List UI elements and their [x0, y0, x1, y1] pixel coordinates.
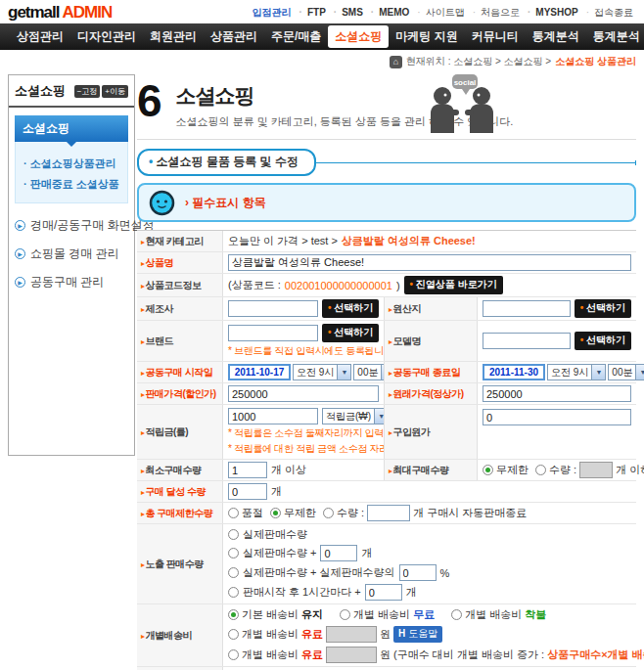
nav-statistics-1[interactable]: 통계분석: [526, 25, 586, 48]
nav-social-shopping[interactable]: 소셜쇼핑: [328, 25, 389, 48]
shipping-free-em: 무료: [413, 607, 435, 622]
brand-select-button[interactable]: 선택하기: [322, 324, 379, 342]
start-date-input[interactable]: [228, 364, 291, 380]
purchase-cost-input[interactable]: [483, 409, 631, 425]
total-limit-unlimited-radio[interactable]: [270, 508, 281, 518]
shipping-free-label: 개별 배송비: [353, 607, 410, 622]
top-link-ftp[interactable]: FTP: [297, 7, 329, 18]
max-qty-limit-label: 수량 :: [549, 463, 576, 477]
mileage-label: 적립금(률): [137, 405, 223, 459]
product-name-input[interactable]: [228, 254, 631, 271]
nav-statistics-2[interactable]: 통계분석: [586, 25, 644, 48]
chevron-down-icon: ▼: [337, 365, 350, 380]
original-price-input[interactable]: [483, 385, 631, 402]
breadcrumb-path: 현재위치 : 소셜쇼핑 > 소셜쇼핑 >: [406, 55, 551, 68]
display-qty-opt4-input[interactable]: [365, 584, 402, 601]
manufacturer-select-button[interactable]: 선택하기: [322, 299, 379, 318]
go-to-display-product-button[interactable]: 진열상품 바로가기: [404, 276, 503, 294]
top-link-myshop[interactable]: MYSHOP: [525, 7, 581, 18]
nav-marketing[interactable]: 마케팅 지원: [389, 25, 464, 48]
display-qty-label: 노출 판매수량: [137, 524, 223, 603]
sidebar-item-mall-auction-manage[interactable]: ▶ 쇼핑몰 경매 관리: [13, 240, 130, 268]
end-date-input[interactable]: [483, 364, 545, 380]
target-qty-input[interactable]: [228, 483, 267, 500]
total-limit-soldout-radio[interactable]: [228, 508, 239, 518]
brand-input[interactable]: [228, 325, 318, 341]
shipping-cod-em: 착불: [525, 607, 546, 622]
mileage-type-select[interactable]: 적립금(₩)▼: [322, 408, 389, 424]
start-hour-value: 오전 9시: [294, 366, 337, 380]
display-qty-opt1-radio[interactable]: [228, 529, 239, 540]
sidebar-item-group-buy-manage[interactable]: ▶ 공동구매 관리: [13, 268, 130, 296]
home-icon: ⌂: [390, 56, 402, 68]
original-price-label: 원래가격(정상가): [384, 383, 478, 404]
shipping-keep-radio[interactable]: [228, 609, 239, 620]
shipping-paid-increase-radio[interactable]: [228, 649, 239, 660]
breadcrumb-current: 소셜쇼핑 상품관리: [555, 55, 636, 68]
top-link-store-admission[interactable]: 입점관리: [250, 6, 295, 20]
brand-label: 브랜드: [137, 321, 223, 361]
row-total-limit: 총 구매제한수량 품절 무제한 수량 : 개 구매시 자동판매종료: [137, 503, 636, 524]
sale-price-input[interactable]: [228, 385, 379, 402]
model-select-button[interactable]: 선택하기: [575, 332, 631, 350]
shipping-cod-radio[interactable]: [451, 609, 462, 620]
sidebar-pin-button[interactable]: 고정: [74, 85, 101, 98]
nav-orders[interactable]: 주문/매출: [264, 25, 328, 48]
shipping-paid2-input[interactable]: [326, 647, 377, 663]
help-label: 도움말: [408, 628, 437, 639]
mileage-input[interactable]: [228, 408, 318, 424]
top-link-logout[interactable]: 접속종료: [583, 6, 636, 20]
end-minute-select[interactable]: 00분▼: [608, 364, 644, 380]
sidebar-item-ended-social-products[interactable]: 판매중료 소셜상품: [22, 174, 121, 195]
getmall-logo[interactable]: getmallADMIN: [8, 3, 112, 22]
target-qty-suffix: 개: [271, 484, 282, 499]
total-limit-suffix: 개 구매시 자동판매종료: [413, 506, 527, 520]
sidebar-item-social-shopping-active[interactable]: 소셜쇼핑: [15, 115, 128, 142]
max-qty-input[interactable]: [579, 462, 613, 478]
origin-input[interactable]: [483, 300, 571, 317]
end-hour-select[interactable]: 오전 9시▼: [547, 364, 606, 380]
origin-label: 원산지: [384, 297, 478, 320]
top-link-memo[interactable]: MEMO: [368, 7, 412, 18]
row-prices: 판매가격(할인가) 원래가격(정상가): [137, 383, 636, 405]
total-limit-soldout-label: 품절: [242, 506, 263, 520]
max-qty-unlimited-radio[interactable]: [483, 465, 493, 475]
top-link-sitemap[interactable]: 사이트맵: [414, 6, 467, 20]
total-limit-qty-radio[interactable]: [323, 508, 334, 518]
nav-members[interactable]: 회원관리: [143, 25, 204, 48]
shipping-paid-input[interactable]: [326, 626, 377, 643]
shipping-cod-label: 개별 배송비: [465, 607, 522, 622]
max-qty-limit-radio[interactable]: [535, 465, 546, 475]
target-qty-label: 구매 달성 수량: [137, 481, 223, 502]
nav-store[interactable]: 상점관리: [10, 25, 70, 48]
category-current: 상큼발랄 여성의류 Cheese!: [342, 234, 476, 248]
sidebar-item-social-product-manage[interactable]: 소셜쇼핑상품관리: [22, 154, 121, 174]
breadcrumb: ⌂ 현재위치 : 소셜쇼핑 > 소셜쇼핑 > 소셜쇼핑 상품관리: [0, 50, 644, 70]
nav-community[interactable]: 커뮤니티: [465, 25, 526, 48]
model-input[interactable]: [483, 333, 571, 349]
shipping-free-radio[interactable]: [340, 609, 350, 620]
model-label: 모델명: [384, 321, 478, 361]
sidebar-item-auction-screen-settings[interactable]: ▶ 경매/공동구매 화면설정: [13, 211, 130, 240]
display-qty-opt2-suffix: 개: [361, 546, 372, 560]
manufacturer-input[interactable]: [228, 300, 318, 317]
nav-products[interactable]: 상품관리: [204, 25, 264, 48]
top-link-sms[interactable]: SMS: [331, 7, 366, 18]
shipping-label: 개별배송비: [137, 604, 223, 666]
shipping-paid2-label: 개별 배송비: [242, 648, 299, 662]
min-qty-input[interactable]: [228, 462, 267, 478]
display-qty-opt3-radio[interactable]: [228, 567, 239, 578]
shipping-paid-radio[interactable]: [228, 629, 239, 640]
display-qty-opt2-input[interactable]: [320, 545, 357, 561]
shipping-help-button-1[interactable]: H도움말: [393, 626, 442, 643]
product-code-value: 002001000000000001: [285, 280, 392, 291]
sidebar-move-button[interactable]: 이동: [102, 85, 128, 98]
total-limit-qty-input[interactable]: [367, 505, 410, 521]
start-hour-select[interactable]: 오전 9시▼: [293, 364, 351, 380]
display-qty-opt3-input[interactable]: [399, 564, 437, 581]
display-qty-opt4-radio[interactable]: [228, 587, 239, 598]
nav-design[interactable]: 디자인관리: [70, 25, 143, 48]
origin-select-button[interactable]: 선택하기: [575, 299, 631, 318]
top-link-home[interactable]: 처음으로: [470, 6, 523, 20]
display-qty-opt2-radio[interactable]: [228, 548, 239, 558]
